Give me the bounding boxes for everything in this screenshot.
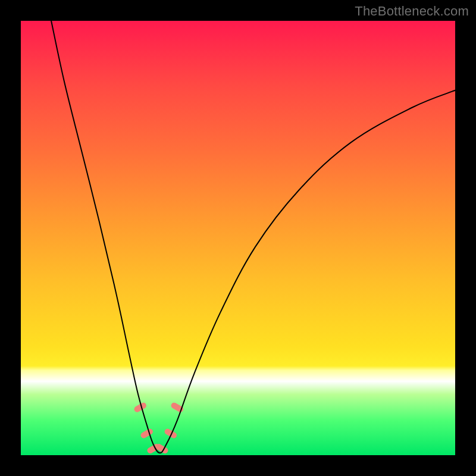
highlight-bead	[140, 428, 154, 440]
highlight-beads-group	[133, 402, 184, 455]
watermark-text: TheBottleneck.com	[355, 4, 469, 19]
curve-layer	[21, 21, 455, 455]
chart-frame: TheBottleneck.com	[0, 0, 476, 476]
plot-area	[21, 21, 455, 455]
highlight-bead	[164, 428, 178, 440]
bottleneck-curve	[51, 21, 455, 453]
